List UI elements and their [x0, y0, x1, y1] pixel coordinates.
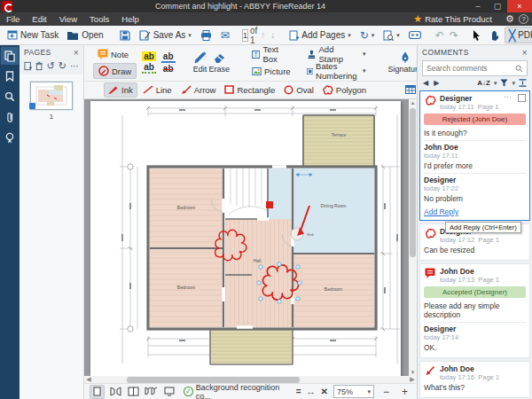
add-reply-link[interactable]: Add Reply: [424, 206, 526, 217]
comments-search-input[interactable]: [426, 64, 515, 73]
next-page-icon[interactable]: ↓: [269, 30, 277, 40]
redo-icon[interactable]: ↷: [448, 29, 460, 42]
squiggly-underline-tool-button[interactable]: ab: [142, 62, 156, 74]
ink-tool-button[interactable]: Ink: [104, 82, 137, 98]
strikethrough-tool-button[interactable]: ab: [161, 64, 176, 74]
email-button[interactable]: ✉: [217, 27, 233, 43]
maximize-button[interactable]: ▢: [488, 0, 507, 12]
next-comment-icon[interactable]: ▶: [434, 79, 439, 87]
pages-tab-button[interactable]: [1, 47, 19, 65]
pdf-tools-button[interactable]: ╳ PDF Tools: [505, 27, 532, 43]
text-box-tool-button[interactable]: T Text Box: [247, 46, 295, 62]
document-page[interactable]: Terrace: [90, 101, 401, 376]
vertical-scroll-thumb[interactable]: [410, 108, 416, 257]
bookmarks-tab-button[interactable]: [1, 67, 19, 85]
scroll-left-icon[interactable]: ◀: [84, 376, 93, 383]
add-stamp-button[interactable]: Add Stamp▾: [302, 46, 371, 62]
minimize-button[interactable]: –: [468, 0, 488, 12]
scrolling-spread-view-button[interactable]: [144, 385, 159, 399]
rotate-left-icon[interactable]: ↺: [47, 60, 55, 72]
single-page-view-button[interactable]: [90, 385, 105, 399]
rotate-button[interactable]: ↻▾: [356, 27, 379, 43]
arrow-tool-button[interactable]: Arrow: [177, 82, 220, 98]
pages-more-icon[interactable]: ⋯: [70, 61, 79, 71]
pages-panel-close-icon[interactable]: ×: [74, 48, 79, 58]
comment-thread[interactable]: Add Reply (Ctrl+Enter) Designer today 17…: [419, 223, 530, 261]
erase-tool-button[interactable]: Erase: [209, 46, 231, 79]
menu-tools[interactable]: Tools: [83, 14, 115, 24]
search-tab-button[interactable]: [1, 88, 19, 106]
undo-icon[interactable]: ↶: [434, 29, 446, 42]
fit-width-icon[interactable]: ↔: [307, 387, 316, 396]
facing-pages-view-button[interactable]: [107, 385, 122, 399]
add-pages-button[interactable]: Add Pages▾: [286, 27, 354, 43]
signatures-tab-button[interactable]: [1, 129, 19, 146]
book-view-button[interactable]: [126, 385, 141, 399]
zoom-select[interactable]: 75%▾: [333, 385, 374, 398]
menu-help[interactable]: Help: [115, 14, 145, 24]
settings-gear-icon[interactable]: ⚙: [501, 13, 519, 25]
picture-tool-button[interactable]: Picture: [247, 63, 295, 79]
new-task-button[interactable]: New Task: [4, 27, 62, 43]
open-button[interactable]: Open: [64, 27, 106, 43]
scroll-down-icon[interactable]: ▼: [411, 369, 416, 376]
rate-product-button[interactable]: Rate This Product: [425, 14, 492, 24]
vertical-scrollbar[interactable]: ▲ ▼: [409, 99, 417, 376]
comment-thread[interactable]: Designer today 17:11Page 1 ⋯ Rejected (J…: [419, 90, 530, 221]
rectangle-tool-button[interactable]: Rectangle: [221, 82, 278, 98]
comments-panel-close-icon[interactable]: ×: [522, 48, 528, 58]
zoom-in-button[interactable]: +: [398, 386, 411, 398]
fit-page-icon[interactable]: ✕: [321, 387, 328, 396]
document-canvas[interactable]: Terrace: [84, 99, 417, 376]
delete-page-icon[interactable]: [35, 61, 43, 71]
comment-checkbox[interactable]: [518, 94, 526, 102]
highlight-tool-button[interactable]: ab: [142, 51, 156, 61]
bates-numbering-button[interactable]: Bates Numbering▾: [302, 63, 371, 79]
comment-page-ref[interactable]: Page 1: [478, 236, 499, 244]
comment-thread[interactable]: John Doe today 17:13Page 1 Accepted (Des…: [419, 263, 530, 358]
save-button[interactable]: [116, 27, 134, 43]
fit-lines-icon[interactable]: =: [296, 387, 301, 396]
help-icon[interactable]: ?: [519, 14, 528, 24]
edit-tool-button[interactable]: Edit: [193, 46, 207, 79]
scroll-right-icon[interactable]: ▶: [408, 376, 417, 383]
underline-tool-button[interactable]: ab: [161, 51, 176, 63]
sort-icon[interactable]: A↓Z: [477, 79, 490, 87]
previous-comment-icon[interactable]: ◀: [423, 79, 428, 87]
horizontal-scrollbar[interactable]: ◀ ▶: [84, 376, 417, 383]
scroll-up-icon[interactable]: ▲: [411, 99, 416, 106]
page-preview-button[interactable]: ▾: [379, 27, 403, 43]
fullscreen-view-button[interactable]: [162, 385, 177, 399]
page-thumbnail[interactable]: [30, 82, 73, 110]
add-page-icon[interactable]: [24, 61, 32, 71]
save-as-button[interactable]: Save As▾: [136, 27, 195, 43]
comment-menu-icon[interactable]: ⋯: [504, 94, 512, 99]
status-badge-accepted[interactable]: Accepted (Designer): [424, 286, 526, 298]
filter-funnel-icon[interactable]: [500, 79, 508, 87]
comment-page-ref[interactable]: Page 1: [478, 276, 499, 284]
menu-view[interactable]: View: [53, 14, 83, 24]
menu-edit[interactable]: Edit: [26, 14, 52, 24]
select-cursor-button[interactable]: [469, 27, 484, 43]
polygon-tool-button[interactable]: Polygon: [319, 82, 370, 98]
oval-tool-button[interactable]: Oval: [280, 82, 317, 98]
previous-page-icon[interactable]: ↑: [259, 30, 267, 40]
screenshot-button[interactable]: [405, 27, 425, 43]
comments-search[interactable]: [422, 60, 528, 76]
status-badge-rejected[interactable]: Rejected (John Doe): [424, 113, 526, 125]
menu-file[interactable]: File: [0, 14, 26, 24]
close-button[interactable]: ×: [507, 0, 532, 12]
print-button[interactable]: [197, 27, 215, 43]
note-tool-button[interactable]: Note: [93, 46, 137, 62]
attachments-tab-button[interactable]: [1, 108, 19, 126]
draw-tool-button[interactable]: Draw: [93, 63, 137, 79]
comment-thread[interactable]: John Doe today 17:16Page 1 What's this?: [419, 361, 530, 398]
comment-page-ref[interactable]: Page 1: [478, 373, 499, 381]
horizontal-scroll-thumb[interactable]: [127, 377, 300, 383]
rotate-right-icon[interactable]: ↻: [59, 60, 66, 72]
line-tool-button[interactable]: Line: [139, 82, 176, 98]
comment-page-ref[interactable]: Page 1: [478, 103, 499, 111]
hand-tool-button[interactable]: [486, 27, 503, 43]
collapse-comments-icon[interactable]: [519, 79, 527, 87]
page-number-input[interactable]: 1: [242, 29, 248, 42]
